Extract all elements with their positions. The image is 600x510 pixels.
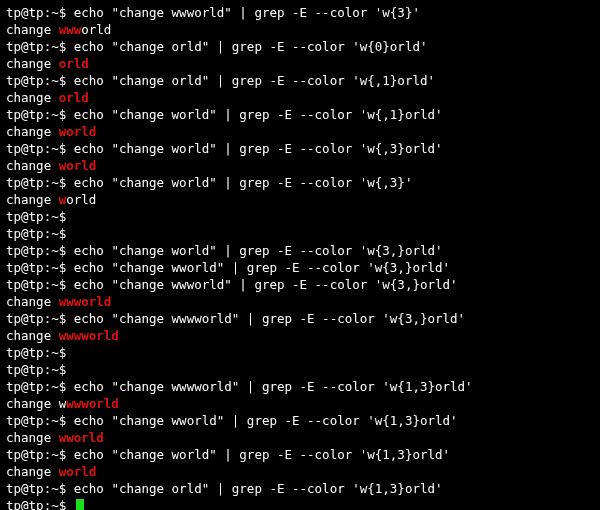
prompt-dollar: $ xyxy=(59,73,67,88)
prompt-dollar: $ xyxy=(59,5,67,20)
shell-prompt: tp@tp:~$ xyxy=(6,481,74,496)
terminal-line: tp@tp:~$ echo "change world" | grep -E -… xyxy=(6,140,594,157)
output-line: change world xyxy=(6,157,594,174)
shell-prompt: tp@tp:~$ xyxy=(6,209,74,224)
output-line: change wwworld xyxy=(6,293,594,310)
prompt-dollar: $ xyxy=(59,141,67,156)
output-line: change wwwworld xyxy=(6,395,594,412)
shell-prompt: tp@tp:~$ xyxy=(6,362,74,377)
terminal-line: tp@tp:~$ xyxy=(6,361,594,378)
prompt-dollar: $ xyxy=(59,39,67,54)
output-text: change xyxy=(6,22,59,37)
prompt-user: tp@tp xyxy=(6,141,44,156)
prompt-path: ~ xyxy=(51,498,59,510)
command-text: echo "change orld" | grep -E --color 'w{… xyxy=(74,481,443,496)
prompt-user: tp@tp xyxy=(6,5,44,20)
terminal-line: tp@tp:~$ echo "change orld" | grep -E --… xyxy=(6,72,594,89)
output-line: change wwworld xyxy=(6,21,594,38)
terminal-line: tp@tp:~$ xyxy=(6,208,594,225)
output-text: change xyxy=(6,90,59,105)
prompt-dollar: $ xyxy=(59,277,67,292)
prompt-dollar: $ xyxy=(59,447,67,462)
prompt-user: tp@tp xyxy=(6,311,44,326)
prompt-user: tp@tp xyxy=(6,243,44,258)
output-line: change wworld xyxy=(6,429,594,446)
prompt-user: tp@tp xyxy=(6,413,44,428)
terminal-line: tp@tp:~$ echo "change world" | grep -E -… xyxy=(6,446,594,463)
grep-match: wwworld xyxy=(59,294,112,309)
output-text: change xyxy=(6,56,59,71)
prompt-path: ~ xyxy=(51,39,59,54)
output-text: change xyxy=(6,328,59,343)
shell-prompt: tp@tp:~$ xyxy=(6,226,74,241)
prompt-path: ~ xyxy=(51,226,59,241)
shell-prompt: tp@tp:~$ xyxy=(6,498,74,510)
terminal-line: tp@tp:~$ echo "change wwwworld" | grep -… xyxy=(6,378,594,395)
shell-prompt: tp@tp:~$ xyxy=(6,175,74,190)
prompt-user: tp@tp xyxy=(6,345,44,360)
output-line: change orld xyxy=(6,89,594,106)
command-text: echo "change world" | grep -E --color 'w… xyxy=(74,107,443,122)
output-text: change xyxy=(6,430,59,445)
terminal-line: tp@tp:~$ echo "change orld" | grep -E --… xyxy=(6,480,594,497)
command-text: echo "change orld" | grep -E --color 'w{… xyxy=(74,39,428,54)
output-text: change w xyxy=(6,396,66,411)
shell-prompt: tp@tp:~$ xyxy=(6,39,74,54)
terminal-line: tp@tp:~$ echo "change world" | grep -E -… xyxy=(6,174,594,191)
prompt-user: tp@tp xyxy=(6,277,44,292)
prompt-path: ~ xyxy=(51,260,59,275)
prompt-user: tp@tp xyxy=(6,209,44,224)
terminal-line: tp@tp:~$ xyxy=(6,497,594,510)
command-text: echo "change world" | grep -E --color 'w… xyxy=(74,175,413,190)
output-text: change xyxy=(6,192,59,207)
output-text: change xyxy=(6,464,59,479)
prompt-dollar: $ xyxy=(59,209,67,224)
grep-match: www xyxy=(59,22,82,37)
terminal-viewport[interactable]: tp@tp:~$ echo "change wwworld" | grep -E… xyxy=(6,4,594,510)
prompt-dollar: $ xyxy=(59,175,67,190)
shell-prompt: tp@tp:~$ xyxy=(6,413,74,428)
grep-match: world xyxy=(59,124,97,139)
command-text: echo "change world" | grep -E --color 'w… xyxy=(74,243,443,258)
output-line: change orld xyxy=(6,55,594,72)
output-text: orld xyxy=(66,192,96,207)
output-line: change world xyxy=(6,463,594,480)
prompt-user: tp@tp xyxy=(6,379,44,394)
grep-match: wworld xyxy=(59,430,104,445)
shell-prompt: tp@tp:~$ xyxy=(6,447,74,462)
command-text: echo "change wwwworld" | grep -E --color… xyxy=(74,379,473,394)
prompt-dollar: $ xyxy=(59,345,67,360)
prompt-dollar: $ xyxy=(59,362,67,377)
command-text: echo "change orld" | grep -E --color 'w{… xyxy=(74,73,435,88)
shell-prompt: tp@tp:~$ xyxy=(6,345,74,360)
terminal-line: tp@tp:~$ echo "change wwwworld" | grep -… xyxy=(6,310,594,327)
output-text: change xyxy=(6,124,59,139)
grep-match: world xyxy=(59,158,97,173)
prompt-user: tp@tp xyxy=(6,260,44,275)
prompt-user: tp@tp xyxy=(6,107,44,122)
terminal-line: tp@tp:~$ echo "change world" | grep -E -… xyxy=(6,106,594,123)
shell-prompt: tp@tp:~$ xyxy=(6,277,74,292)
prompt-path: ~ xyxy=(51,379,59,394)
command-text: echo "change wwworld" | grep -E --color … xyxy=(74,5,420,20)
shell-prompt: tp@tp:~$ xyxy=(6,107,74,122)
cursor[interactable] xyxy=(76,499,84,510)
output-line: change wwwworld xyxy=(6,327,594,344)
shell-prompt: tp@tp:~$ xyxy=(6,260,74,275)
prompt-path: ~ xyxy=(51,209,59,224)
terminal-line: tp@tp:~$ xyxy=(6,225,594,242)
shell-prompt: tp@tp:~$ xyxy=(6,73,74,88)
prompt-dollar: $ xyxy=(59,498,67,510)
terminal-line: tp@tp:~$ xyxy=(6,344,594,361)
output-line: change world xyxy=(6,123,594,140)
grep-match: world xyxy=(59,464,97,479)
shell-prompt: tp@tp:~$ xyxy=(6,379,74,394)
prompt-dollar: $ xyxy=(59,107,67,122)
shell-prompt: tp@tp:~$ xyxy=(6,5,74,20)
prompt-user: tp@tp xyxy=(6,447,44,462)
prompt-dollar: $ xyxy=(59,243,67,258)
prompt-dollar: $ xyxy=(59,311,67,326)
prompt-path: ~ xyxy=(51,243,59,258)
prompt-user: tp@tp xyxy=(6,481,44,496)
prompt-path: ~ xyxy=(51,73,59,88)
